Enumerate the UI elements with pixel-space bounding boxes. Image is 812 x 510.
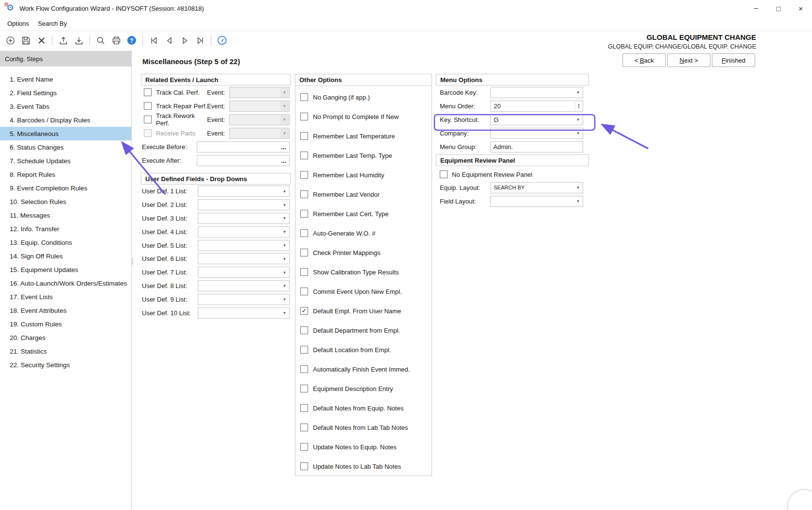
option-checkbox[interactable]: [300, 443, 308, 451]
option-checkbox[interactable]: [300, 365, 308, 373]
field-layout-row: Field Layout: ▾: [436, 194, 589, 208]
sidebar-item-equip-conditions[interactable]: 13. Equip. Conditions: [0, 236, 131, 249]
menu-order-input[interactable]: 20 ▴▾: [490, 101, 583, 112]
save-icon[interactable]: [20, 34, 32, 46]
sidebar-item-messages[interactable]: 11. Messages: [0, 208, 131, 222]
option-checkbox[interactable]: [300, 132, 308, 140]
sidebar-item-event-name[interactable]: 1. Event Name: [0, 72, 131, 86]
sidebar-item-report-rules[interactable]: 8. Report Rules: [0, 168, 131, 181]
barcode-key-select[interactable]: ▾: [490, 87, 583, 98]
toolbar-separator: [211, 35, 211, 45]
option-checkbox[interactable]: [300, 385, 308, 392]
menu-options[interactable]: Options: [3, 18, 34, 29]
option-checkbox[interactable]: [300, 93, 308, 101]
option-label: Show Calibration Type Results: [313, 269, 399, 276]
spinner-down-icon[interactable]: ▾: [578, 106, 580, 109]
sidebar-item-custom-rules[interactable]: 19. Custom Rules: [0, 317, 131, 331]
execute-before-browse-button[interactable]: ...: [280, 145, 287, 150]
sidebar-item-sign-off-rules[interactable]: 14. Sign Off Rules: [0, 249, 131, 263]
option-checkbox[interactable]: [300, 190, 308, 198]
execute-after-input[interactable]: ...: [197, 155, 290, 166]
option-checkbox[interactable]: [300, 210, 308, 218]
search-icon[interactable]: [95, 34, 106, 46]
sidebar-item-field-settings[interactable]: 2. Field Settings: [0, 86, 131, 100]
user-def-1-list-select[interactable]: ▾: [198, 186, 290, 197]
back-button[interactable]: < Back: [622, 53, 666, 67]
sidebar-item-schedule-updates[interactable]: 7. Schedule Updates: [0, 154, 131, 168]
sidebar-item-miscellaneous[interactable]: 5. Miscellaneous: [0, 127, 131, 140]
nav-previous-icon[interactable]: [163, 34, 175, 46]
nav-next-icon[interactable]: [179, 34, 190, 46]
sidebar-item-event-lists[interactable]: 17. Event Lists: [0, 290, 131, 304]
navigate-icon[interactable]: [216, 34, 228, 46]
export-icon[interactable]: [57, 34, 69, 46]
option-checkbox[interactable]: [300, 462, 308, 470]
sidebar-item-event-tabs[interactable]: 3. Event Tabs: [0, 100, 131, 113]
close-button[interactable]: ×: [790, 0, 812, 17]
sidebar-item-equipment-updates[interactable]: 15. Equipment Updates: [0, 263, 131, 276]
user-def-3-list-select[interactable]: ▾: [198, 213, 290, 224]
option-checkbox[interactable]: [300, 152, 308, 159]
option-checkbox[interactable]: ✓: [300, 307, 308, 315]
user-def-7-list-select[interactable]: ▾: [198, 267, 290, 278]
field-layout-select[interactable]: ▾: [490, 196, 583, 207]
print-icon[interactable]: [110, 34, 122, 46]
sidebar-item-barcodes-display-rules[interactable]: 4. Barcodes / Display Rules: [0, 113, 131, 127]
option-checkbox[interactable]: [300, 404, 308, 412]
option-checkbox[interactable]: [300, 326, 308, 334]
option-checkbox[interactable]: [300, 346, 308, 354]
menu-group-input[interactable]: Admin.: [490, 141, 583, 153]
import-icon[interactable]: [73, 34, 85, 46]
delete-icon[interactable]: [35, 34, 47, 46]
option-checkbox[interactable]: [300, 229, 308, 237]
user-def-10-list-select[interactable]: ▾: [198, 307, 290, 319]
option-checkbox[interactable]: [300, 288, 308, 295]
sidebar-item-auto-launch-work-orders-estimates[interactable]: 16. Auto-Launch/Work Orders/Estimates: [0, 276, 131, 290]
execute-before-input[interactable]: ...: [197, 141, 290, 153]
window-controls: – □ ×: [745, 0, 812, 17]
maximize-button[interactable]: □: [767, 0, 790, 17]
user-def-8-list-select[interactable]: ▾: [198, 280, 290, 291]
next-button[interactable]: Next >: [667, 53, 710, 67]
user-def-4-list-select[interactable]: ▾: [198, 226, 290, 238]
option-checkbox[interactable]: [300, 249, 308, 256]
sidebar-item-security-settings[interactable]: 22. Security Settings: [0, 358, 131, 372]
user-def-6-list-select[interactable]: ▾: [198, 253, 290, 264]
user-def-5-list-select[interactable]: ▾: [198, 240, 290, 251]
sidebar-item-status-changes[interactable]: 6. Status Changes: [0, 140, 131, 154]
option-checkbox[interactable]: [300, 424, 308, 431]
sidebar-item-event-completion-rules[interactable]: 9. Event Completion Rules: [0, 181, 131, 195]
no-equipment-review-checkbox[interactable]: [440, 170, 448, 178]
splitter-handle[interactable]: ⋮: [129, 257, 135, 265]
option-checkbox[interactable]: [300, 268, 308, 276]
key-shortcut-select[interactable]: G▾: [490, 114, 583, 125]
track-cal-perf-checkbox[interactable]: [144, 88, 152, 96]
help-icon[interactable]: ?: [126, 34, 138, 46]
track-repair-perf-checkbox[interactable]: [144, 102, 152, 110]
user-def-2-list-select[interactable]: ▾: [198, 199, 290, 210]
nav-first-icon[interactable]: [148, 34, 159, 46]
company-select[interactable]: ▾: [490, 128, 583, 139]
sidebar-item-statistics[interactable]: 21. Statistics: [0, 344, 131, 358]
track-rework-perf-checkbox[interactable]: [144, 116, 152, 123]
option-checkbox[interactable]: [300, 113, 308, 120]
option-checkbox[interactable]: [300, 171, 308, 179]
minimize-button[interactable]: –: [745, 0, 767, 17]
sidebar-item-event-attributes[interactable]: 18. Event Attributes: [0, 304, 131, 317]
sidebar-item-selection-rules[interactable]: 10. Selection Rules: [0, 195, 131, 208]
track-cal-perf-event-select[interactable]: ▾: [229, 87, 290, 98]
nav-last-icon[interactable]: [194, 34, 206, 46]
sidebar-item-charges[interactable]: 20. Charges: [0, 331, 131, 344]
execute-after-browse-button[interactable]: ...: [280, 158, 287, 163]
add-icon[interactable]: [4, 34, 16, 46]
user-def-9-list-select[interactable]: ▾: [198, 294, 290, 305]
option-row: Remember Last Cert. Type: [295, 204, 432, 223]
equip-layout-select[interactable]: SEARCH BY▾: [490, 182, 583, 193]
option-label: Default Notes from Equip. Notes: [313, 405, 403, 412]
receive-parts-event-select[interactable]: ▾: [229, 128, 290, 139]
finished-button[interactable]: Finished: [712, 53, 755, 67]
menu-search-by[interactable]: Search By: [34, 18, 71, 29]
track-repair-perf-event-select[interactable]: ▾: [229, 101, 290, 112]
sidebar-item-info-transfer[interactable]: 12. Info. Transfer: [0, 222, 131, 236]
track-rework-perf-event-select[interactable]: ▾: [229, 114, 290, 125]
